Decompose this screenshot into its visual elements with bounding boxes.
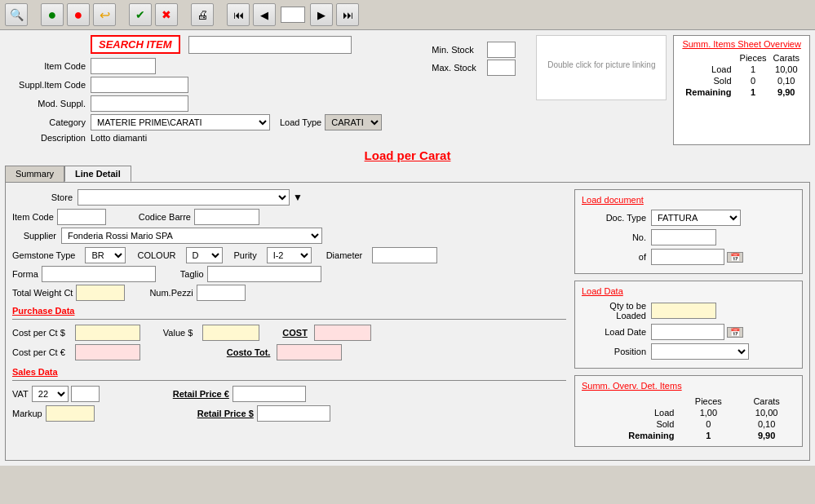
main-content: SEARCH ITEM Item Code 4055 Suppl.Item Co… <box>0 30 815 466</box>
codice-barre-input[interactable]: 004104 <box>194 209 259 225</box>
load-type-select[interactable]: CARATI <box>325 114 382 130</box>
new-button[interactable]: ● <box>41 3 64 26</box>
next-button[interactable]: ▶ <box>310 3 333 26</box>
num-pezzi-col: Num.Pezzi <box>149 285 245 301</box>
num-pezzi-input[interactable] <box>197 285 246 301</box>
sales-data-title[interactable]: Sales Data <box>12 367 566 377</box>
summ-ovr-det-title[interactable]: Summ. Overv. Det. Items <box>582 381 795 391</box>
retail-eur-label[interactable]: Retail Price € <box>173 389 229 399</box>
costo-tot-label[interactable]: Costo Tot. <box>227 347 271 357</box>
codice-barre-label: Codice Barre <box>139 212 191 222</box>
colour-select[interactable]: D <box>186 247 223 263</box>
gemstone-type-select[interactable]: BR <box>85 247 126 263</box>
load-title[interactable]: Load per Carat <box>5 148 810 162</box>
retail-usd-label[interactable]: Retail Price $ <box>197 409 254 418</box>
ld-item-code-input[interactable]: 4055 <box>57 209 106 225</box>
markup-input[interactable]: 100,00 <box>46 405 95 422</box>
gemstone-row: Gemstone Type BR COLOUR D Purity I-2 Dia… <box>12 247 566 263</box>
vat-label: VAT <box>12 389 29 399</box>
print-button[interactable]: 🖨 <box>191 3 214 26</box>
prev-button[interactable]: ◀ <box>253 3 276 26</box>
load-document-box: Load document Doc. Type FATTURA No. 1125… <box>574 189 803 274</box>
ss-remaining-pieces: 1 <box>737 86 770 98</box>
min-stock-input[interactable] <box>487 42 516 58</box>
load-date-calendar-icon[interactable]: 📅 <box>727 327 743 338</box>
qty-loaded-row: Qty to be Loaded 1,00 <box>582 301 795 321</box>
doc-of-calendar-icon[interactable]: 📅 <box>727 252 743 263</box>
sd-pieces-header: Pieces <box>679 396 737 407</box>
total-weight-col: Total Weight Ct 10,00 <box>12 285 125 301</box>
purchase-data-title[interactable]: Purchase Data <box>12 306 566 316</box>
taglio-col: Taglio <box>180 266 321 282</box>
max-stock-input[interactable] <box>487 60 516 76</box>
cost-input[interactable]: 115,38 <box>314 325 371 341</box>
total-weight-label: Total Weight Ct <box>12 288 73 298</box>
suppl-item-row: Suppl.Item Code DIAM001 <box>5 77 425 93</box>
forma-col: Forma <box>12 266 156 282</box>
suppl-item-input[interactable]: DIAM001 <box>91 77 188 93</box>
taglio-input[interactable] <box>207 266 321 282</box>
delete-button[interactable]: ● <box>67 3 90 26</box>
cancel-button[interactable]: ✖ <box>155 3 178 26</box>
sd-sold-carats: 0,10 <box>737 418 795 430</box>
mod-suppl-label: Mod. Suppl. <box>5 99 91 108</box>
load-data-title[interactable]: Load Data <box>582 286 795 296</box>
ss-load-carats: 10,00 <box>770 64 803 75</box>
ss-sold-pieces: 0 <box>737 75 770 86</box>
costo-tot-input[interactable]: 1.153,85 <box>277 344 342 360</box>
purchase-row1: Cost per Ct $ 150,00 Value $ 1.300 COST … <box>12 325 566 341</box>
store-select[interactable] <box>78 189 290 206</box>
cost-per-ct-input[interactable]: 150,00 <box>75 325 140 341</box>
tab-line-detail[interactable]: Line Detail <box>64 166 131 182</box>
value-label: Value $ <box>163 328 193 338</box>
load-document-title[interactable]: Load document <box>582 195 795 205</box>
left-panel: Store ▼ Item Code 4055 Codice Barre 0041… <box>12 189 566 453</box>
cost-per-ct-eur-input[interactable]: 115,38 <box>75 344 140 360</box>
load-type-label: Load Type <box>280 117 321 127</box>
summary-sheet-title[interactable]: Summ. Items Sheet Overview <box>680 39 803 49</box>
load-date-label: Load Date <box>582 327 651 337</box>
last-button[interactable]: ⏭ <box>336 3 359 26</box>
page-number-input[interactable]: 1 <box>281 7 305 23</box>
item-code-input[interactable]: 4055 <box>91 58 156 74</box>
doc-of-input[interactable]: 10/07/2018 <box>651 249 724 265</box>
qty-loaded-input[interactable]: 1,00 <box>651 303 716 319</box>
forma-taglio-row: Forma Taglio <box>12 266 566 282</box>
suppl-item-label: Suppl.Item Code <box>5 80 91 90</box>
store-label: Store <box>12 192 78 202</box>
cost-label[interactable]: COST <box>282 328 308 338</box>
retail-usd-input[interactable] <box>257 405 330 422</box>
sd-load-pieces: 1,00 <box>679 407 737 418</box>
ok-button[interactable]: ✔ <box>129 3 152 26</box>
first-button[interactable]: ⏮ <box>227 3 250 26</box>
value-input[interactable]: 1.300 <box>202 325 259 341</box>
ss-pieces-header: Pieces <box>737 52 770 64</box>
doc-type-label: Doc. Type <box>582 213 651 223</box>
total-weight-input[interactable]: 10,00 <box>76 285 125 301</box>
ld-item-code-label: Item Code <box>12 212 54 222</box>
store-dropdown-icon[interactable]: ▼ <box>293 192 303 203</box>
vat-input[interactable]: 22 <box>71 386 100 402</box>
forma-input[interactable] <box>42 266 156 282</box>
load-date-input[interactable]: 10/07/2018 <box>651 324 724 340</box>
tab-summary[interactable]: Summary <box>5 166 64 182</box>
undo-button[interactable]: ↩ <box>93 3 116 26</box>
doc-of-label: of <box>582 252 651 262</box>
supplier-select[interactable]: Fonderia Rossi Mario SPA <box>61 228 322 244</box>
search-item-button[interactable]: SEARCH ITEM <box>91 35 180 54</box>
retail-eur-input[interactable] <box>233 386 306 402</box>
doc-no-input[interactable]: 1125 <box>651 229 716 245</box>
mod-suppl-input[interactable] <box>91 95 188 112</box>
sd-remaining-row: Remaining 1 9,90 <box>582 430 795 441</box>
position-select[interactable] <box>651 343 749 360</box>
category-select[interactable]: MATERIE PRIME\CARATI <box>91 114 270 130</box>
item-image-area[interactable]: Double click for picture linking <box>536 35 667 100</box>
max-stock-row: Max. Stock <box>432 60 529 76</box>
search-input[interactable] <box>188 36 352 54</box>
vat-select[interactable]: 22 <box>32 386 69 402</box>
diameter-input[interactable] <box>372 247 437 263</box>
doc-type-select[interactable]: FATTURA <box>651 210 741 226</box>
retail-eur-col: Retail Price € <box>173 386 306 402</box>
zoom-button[interactable]: 🔍 <box>5 3 28 26</box>
purity-select[interactable]: I-2 <box>267 247 312 263</box>
